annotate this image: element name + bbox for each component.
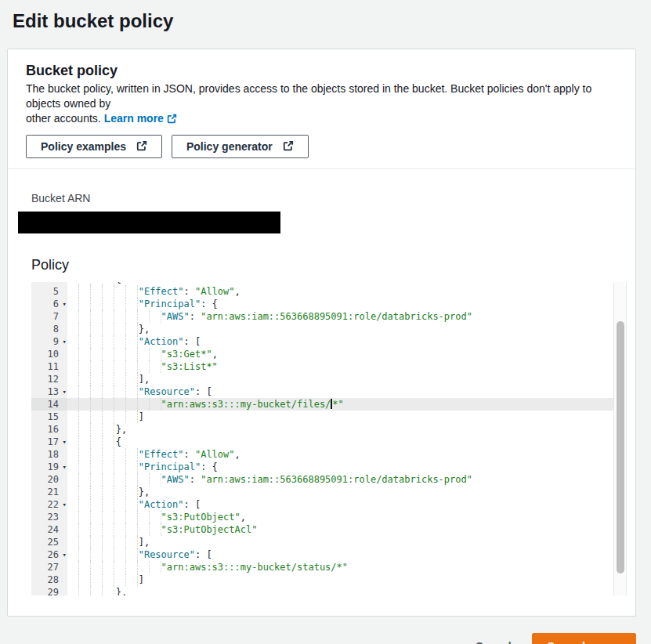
code-content: "s3:PutObject",: [67, 511, 613, 523]
code-line-28[interactable]: 28]: [31, 573, 613, 586]
cancel-button[interactable]: Cancel: [476, 640, 512, 644]
external-link-icon: [283, 140, 294, 154]
code-line-26[interactable]: 26▾"Resource": [: [31, 548, 613, 561]
line-number: 10: [31, 348, 67, 360]
line-number: 7: [31, 310, 67, 323]
code-line-19[interactable]: 19▾"Principal": {: [31, 461, 613, 473]
line-number: 6▾: [31, 298, 67, 310]
footer-actions: Cancel Save changes: [0, 633, 636, 644]
line-number: 11: [31, 360, 67, 373]
policy-examples-button[interactable]: Policy examples: [26, 135, 162, 158]
learn-more-link[interactable]: Learn more: [104, 112, 177, 125]
code-lines: 4{5"Effect": "Allow",6▾"Principal": {7"A…: [31, 282, 613, 595]
code-content: "AWS": "arn:aws:iam::563668895091:role/d…: [67, 473, 613, 486]
code-line-18[interactable]: 18"Effect": "Allow",: [31, 448, 613, 461]
card-header: Bucket policy The bucket policy, written…: [8, 49, 635, 169]
line-number: 25: [31, 536, 67, 548]
code-line-13[interactable]: 13▾"Resource": [: [31, 385, 613, 398]
code-line-7[interactable]: 7"AWS": "arn:aws:iam::563668895091:role/…: [31, 310, 613, 323]
code-content: ]: [67, 573, 613, 586]
line-number: 13▾: [31, 385, 67, 398]
code-content: {: [67, 436, 613, 448]
code-content: "Action": [: [67, 335, 613, 348]
code-line-14[interactable]: 14"arn:aws:s3:::my-bucket/files/*": [31, 398, 613, 411]
code-line-20[interactable]: 20"AWS": "arn:aws:iam::563668895091:role…: [31, 473, 613, 486]
code-line-6[interactable]: 6▾"Principal": {: [31, 298, 613, 310]
editor-scrollbar-track[interactable]: [613, 282, 627, 595]
line-number: 24: [31, 523, 67, 536]
code-content: "Effect": "Allow",: [67, 448, 613, 461]
line-number: 22▾: [31, 498, 67, 511]
code-content: ],: [67, 373, 613, 385]
code-line-17[interactable]: 17▾{: [31, 436, 613, 448]
line-number: 5: [31, 285, 67, 298]
policy-editor[interactable]: 4{5"Effect": "Allow",6▾"Principal": {7"A…: [31, 282, 627, 595]
header-button-row: Policy examples Policy generator: [26, 135, 620, 158]
code-content: "Effect": "Allow",: [67, 285, 613, 298]
code-line-11[interactable]: 11"s3:List*": [31, 360, 613, 373]
fold-arrow-icon[interactable]: ▾: [63, 298, 67, 309]
code-content: "Resource": [: [67, 385, 613, 398]
policy-generator-button[interactable]: Policy generator: [172, 135, 309, 158]
fold-arrow-icon[interactable]: ▾: [63, 499, 67, 510]
save-changes-button[interactable]: Save changes: [532, 633, 636, 644]
fold-arrow-icon[interactable]: ▾: [63, 549, 67, 560]
code-line-25[interactable]: 25],: [31, 536, 613, 548]
fold-arrow-icon[interactable]: ▾: [63, 436, 67, 447]
line-number: 14: [31, 398, 67, 411]
bucket-arn-value-redacted: [18, 212, 280, 233]
fold-arrow-icon[interactable]: ▾: [63, 386, 67, 397]
line-number: 19▾: [31, 461, 67, 473]
code-line-16[interactable]: 16},: [31, 423, 613, 436]
code-line-21[interactable]: 21},: [31, 486, 613, 498]
line-number: 26▾: [31, 548, 67, 561]
editor-scrollbar-thumb[interactable]: [617, 321, 624, 573]
code-content: "arn:aws:s3:::my-bucket/files/*": [67, 398, 613, 411]
code-line-23[interactable]: 23"s3:PutObject",: [31, 511, 613, 523]
code-line-27[interactable]: 27"arn:aws:s3:::my-bucket/status/*": [31, 561, 613, 573]
code-content: "arn:aws:s3:::my-bucket/status/*": [67, 561, 613, 573]
bucket-policy-card: Bucket policy The bucket policy, written…: [7, 49, 636, 617]
code-content: "Resource": [: [67, 548, 613, 561]
code-content: "AWS": "arn:aws:iam::563668895091:role/d…: [67, 310, 613, 323]
line-number: 9▾: [31, 335, 67, 348]
bucket-arn-label: Bucket ARN: [31, 191, 620, 205]
line-number: 23: [31, 511, 67, 523]
line-number: 27: [31, 561, 67, 573]
line-number: 12: [31, 373, 67, 385]
code-content: "Action": [: [67, 498, 613, 511]
code-content: "s3:PutObjectAcl": [67, 523, 613, 536]
line-number: 21: [31, 486, 67, 498]
code-line-10[interactable]: 10"s3:Get*",: [31, 348, 613, 360]
code-content: "Principal": {: [67, 298, 613, 310]
card-description: The bucket policy, written in JSON, prov…: [26, 81, 620, 128]
code-content: "s3:List*": [67, 360, 613, 373]
external-link-icon: [136, 140, 147, 154]
line-number: 17▾: [31, 436, 67, 448]
code-content: },: [67, 486, 613, 498]
line-number: 18: [31, 448, 67, 461]
external-link-icon: [167, 113, 177, 128]
description-line2: other accounts.: [26, 112, 101, 125]
code-line-15[interactable]: 15]: [31, 411, 613, 423]
code-content: },: [67, 323, 613, 335]
code-content: },: [67, 423, 613, 436]
fold-arrow-icon[interactable]: ▾: [63, 461, 67, 472]
code-line-9[interactable]: 9▾"Action": [: [31, 335, 613, 348]
code-line-29[interactable]: 29},: [31, 586, 613, 595]
line-number: 16: [31, 423, 67, 436]
code-line-12[interactable]: 12],: [31, 373, 613, 385]
code-content: "Principal": {: [67, 461, 613, 473]
line-number: 29: [31, 586, 67, 595]
code-line-5[interactable]: 5"Effect": "Allow",: [31, 285, 613, 298]
line-number: 20: [31, 473, 67, 486]
code-line-24[interactable]: 24"s3:PutObjectAcl": [31, 523, 613, 536]
card-title: Bucket policy: [26, 62, 620, 79]
code-content: ]: [67, 411, 613, 423]
card-body: Bucket ARN Policy 4{5"Effect": "Allow",6…: [8, 169, 635, 616]
code-line-8[interactable]: 8},: [31, 323, 613, 335]
line-number: 8: [31, 323, 67, 335]
policy-heading: Policy: [31, 256, 620, 273]
code-line-22[interactable]: 22▾"Action": [: [31, 498, 613, 511]
fold-arrow-icon[interactable]: ▾: [63, 336, 67, 347]
